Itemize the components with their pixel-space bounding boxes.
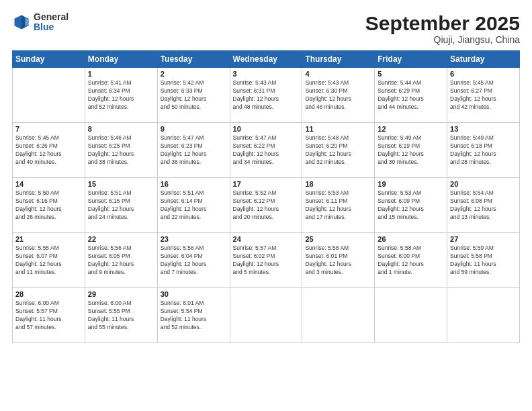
calendar-cell [447,288,520,343]
calendar-cell: 12Sunrise: 5:49 AM Sunset: 6:19 PM Dayli… [375,123,447,178]
calendar-cell: 14Sunrise: 5:50 AM Sunset: 6:16 PM Dayli… [13,178,85,233]
day-info: Sunrise: 5:46 AM Sunset: 6:25 PM Dayligh… [88,134,154,167]
day-info: Sunrise: 5:45 AM Sunset: 6:27 PM Dayligh… [450,79,517,111]
calendar-cell: 17Sunrise: 5:52 AM Sunset: 6:12 PM Dayli… [230,178,302,233]
calendar-cell: 7Sunrise: 5:45 AM Sunset: 6:26 PM Daylig… [13,123,85,178]
calendar-cell: 2Sunrise: 5:42 AM Sunset: 6:33 PM Daylig… [157,68,230,123]
calendar-header-row: Sunday Monday Tuesday Wednesday Thursday… [13,51,520,68]
calendar-cell: 28Sunrise: 6:00 AM Sunset: 5:57 PM Dayli… [13,288,85,343]
logo: General Blue [12,12,69,33]
day-info: Sunrise: 5:44 AM Sunset: 6:29 PM Dayligh… [378,79,444,111]
day-number: 15 [88,180,154,188]
day-info: Sunrise: 5:42 AM Sunset: 6:33 PM Dayligh… [161,79,227,111]
day-number: 22 [88,235,154,243]
calendar-cell: 24Sunrise: 5:57 AM Sunset: 6:02 PM Dayli… [230,233,302,288]
day-number: 28 [15,290,82,298]
calendar-week-5: 28Sunrise: 6:00 AM Sunset: 5:57 PM Dayli… [13,288,520,343]
day-info: Sunrise: 5:53 AM Sunset: 6:09 PM Dayligh… [378,189,444,222]
calendar-cell [230,288,302,343]
page: General Blue September 2025 Qiuji, Jiang… [0,0,532,411]
day-info: Sunrise: 5:51 AM Sunset: 6:15 PM Dayligh… [88,189,154,222]
calendar-cell: 5Sunrise: 5:44 AM Sunset: 6:29 PM Daylig… [375,68,447,123]
title-block: September 2025 Qiuji, Jiangsu, China [365,12,520,45]
day-number: 23 [161,235,227,243]
day-info: Sunrise: 6:00 AM Sunset: 5:55 PM Dayligh… [88,300,154,332]
day-number: 8 [88,125,154,133]
day-info: Sunrise: 5:47 AM Sunset: 6:23 PM Dayligh… [161,134,227,167]
calendar-cell [13,68,85,123]
col-thursday: Thursday [302,51,375,68]
day-info: Sunrise: 5:49 AM Sunset: 6:19 PM Dayligh… [378,134,444,167]
logo-icon [12,13,31,32]
col-sunday: Sunday [13,51,85,68]
day-number: 21 [15,235,82,243]
day-number: 29 [88,290,154,298]
calendar-cell: 3Sunrise: 5:43 AM Sunset: 6:31 PM Daylig… [230,68,302,123]
day-info: Sunrise: 5:56 AM Sunset: 6:05 PM Dayligh… [88,244,154,277]
day-number: 14 [15,180,82,188]
day-info: Sunrise: 6:00 AM Sunset: 5:57 PM Dayligh… [15,300,82,332]
day-number: 26 [378,235,444,243]
calendar-cell: 30Sunrise: 6:01 AM Sunset: 5:54 PM Dayli… [157,288,230,343]
calendar-cell: 18Sunrise: 5:53 AM Sunset: 6:11 PM Dayli… [302,178,375,233]
day-number: 24 [233,235,300,243]
calendar-week-3: 14Sunrise: 5:50 AM Sunset: 6:16 PM Dayli… [13,178,520,233]
day-info: Sunrise: 5:43 AM Sunset: 6:31 PM Dayligh… [233,79,300,111]
day-number: 9 [161,125,227,133]
calendar-cell: 29Sunrise: 6:00 AM Sunset: 5:55 PM Dayli… [85,288,157,343]
day-number: 20 [450,180,517,188]
col-saturday: Saturday [447,51,520,68]
logo-general-text: General [34,12,69,22]
day-number: 17 [233,180,300,188]
calendar-cell [302,288,375,343]
col-wednesday: Wednesday [230,51,302,68]
col-friday: Friday [375,51,447,68]
col-tuesday: Tuesday [157,51,230,68]
calendar-cell: 8Sunrise: 5:46 AM Sunset: 6:25 PM Daylig… [85,123,157,178]
day-number: 18 [305,180,371,188]
day-number: 5 [378,70,444,78]
day-number: 12 [378,125,444,133]
day-number: 7 [15,125,82,133]
day-info: Sunrise: 5:57 AM Sunset: 6:02 PM Dayligh… [233,244,300,277]
calendar-cell: 23Sunrise: 5:56 AM Sunset: 6:04 PM Dayli… [157,233,230,288]
day-info: Sunrise: 5:45 AM Sunset: 6:26 PM Dayligh… [15,134,82,167]
day-number: 4 [305,70,371,78]
day-info: Sunrise: 5:43 AM Sunset: 6:30 PM Dayligh… [305,79,371,111]
day-info: Sunrise: 5:52 AM Sunset: 6:12 PM Dayligh… [233,189,300,222]
calendar-cell: 25Sunrise: 5:58 AM Sunset: 6:01 PM Dayli… [302,233,375,288]
day-info: Sunrise: 5:48 AM Sunset: 6:20 PM Dayligh… [305,134,371,167]
location-subtitle: Qiuji, Jiangsu, China [365,34,520,45]
calendar-cell: 21Sunrise: 5:55 AM Sunset: 6:07 PM Dayli… [13,233,85,288]
calendar-week-2: 7Sunrise: 5:45 AM Sunset: 6:26 PM Daylig… [13,123,520,178]
header: General Blue September 2025 Qiuji, Jiang… [12,12,520,45]
calendar-table: Sunday Monday Tuesday Wednesday Thursday… [12,50,520,343]
day-info: Sunrise: 5:59 AM Sunset: 5:58 PM Dayligh… [450,244,517,277]
calendar-cell [375,288,447,343]
logo-text: General Blue [34,12,69,33]
day-info: Sunrise: 5:50 AM Sunset: 6:16 PM Dayligh… [15,189,82,222]
calendar-cell: 19Sunrise: 5:53 AM Sunset: 6:09 PM Dayli… [375,178,447,233]
calendar-cell: 13Sunrise: 5:49 AM Sunset: 6:18 PM Dayli… [447,123,520,178]
day-number: 11 [305,125,371,133]
calendar-cell: 6Sunrise: 5:45 AM Sunset: 6:27 PM Daylig… [447,68,520,123]
calendar-cell: 20Sunrise: 5:54 AM Sunset: 6:08 PM Dayli… [447,178,520,233]
calendar-cell: 26Sunrise: 5:58 AM Sunset: 6:00 PM Dayli… [375,233,447,288]
calendar-cell: 22Sunrise: 5:56 AM Sunset: 6:05 PM Dayli… [85,233,157,288]
day-number: 27 [450,235,517,243]
calendar-cell: 16Sunrise: 5:51 AM Sunset: 6:14 PM Dayli… [157,178,230,233]
day-info: Sunrise: 5:58 AM Sunset: 6:00 PM Dayligh… [378,244,444,277]
calendar-week-1: 1Sunrise: 5:41 AM Sunset: 6:34 PM Daylig… [13,68,520,123]
day-number: 30 [161,290,227,298]
day-info: Sunrise: 5:53 AM Sunset: 6:11 PM Dayligh… [305,189,371,222]
day-info: Sunrise: 5:41 AM Sunset: 6:34 PM Dayligh… [88,79,154,111]
day-number: 19 [378,180,444,188]
day-number: 1 [88,70,154,78]
calendar-week-4: 21Sunrise: 5:55 AM Sunset: 6:07 PM Dayli… [13,233,520,288]
calendar-cell: 4Sunrise: 5:43 AM Sunset: 6:30 PM Daylig… [302,68,375,123]
calendar-cell: 9Sunrise: 5:47 AM Sunset: 6:23 PM Daylig… [157,123,230,178]
col-monday: Monday [85,51,157,68]
day-info: Sunrise: 6:01 AM Sunset: 5:54 PM Dayligh… [161,300,227,332]
day-number: 2 [161,70,227,78]
day-number: 6 [450,70,517,78]
